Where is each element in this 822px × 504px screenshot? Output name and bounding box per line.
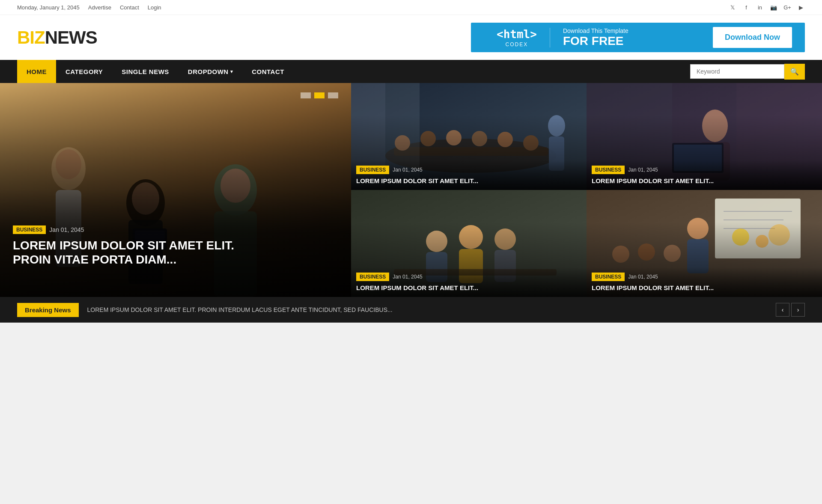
- card-2-meta: BUSINESS Jan 01, 2045: [592, 166, 817, 174]
- slider-dot-2[interactable]: [314, 92, 325, 98]
- breaking-news-bar: Breaking News LOREM IPSUM DOLOR SIT AMET…: [0, 297, 822, 323]
- banner-big-text: FOR FREE: [563, 34, 700, 48]
- top-bar: Monday, January 1, 2045 Advertise Contac…: [0, 0, 822, 15]
- card-2-title: LOREM IPSUM DOLOR SIT AMET ELIT...: [592, 177, 817, 185]
- nav-contact[interactable]: CONTACT: [242, 60, 294, 83]
- card-3-meta: BUSINESS Jan 01, 2045: [356, 273, 581, 281]
- hero-meta: BUSINESS Jan 01, 2045: [13, 225, 338, 234]
- logo-news: NEWS: [45, 27, 97, 47]
- card-2-image: BUSINESS Jan 01, 2045 LOREM IPSUM DOLOR …: [587, 83, 822, 190]
- search-button[interactable]: 🔍: [784, 64, 805, 80]
- card-2-date: Jan 01, 2045: [628, 167, 658, 173]
- card-3-image: BUSINESS Jan 01, 2045 LOREM IPSUM DOLOR …: [351, 190, 587, 297]
- hero-date: Jan 01, 2045: [49, 226, 84, 233]
- instagram-icon[interactable]: 📷: [770, 3, 777, 11]
- date-label: Monday, January 1, 2045: [17, 4, 80, 11]
- googleplus-icon[interactable]: G+: [783, 3, 791, 11]
- site-header: BIZNEWS <html> CODEX Download This Templ…: [0, 15, 822, 60]
- card-1-date: Jan 01, 2045: [393, 167, 422, 173]
- top-bar-left: Monday, January 1, 2045 Advertise Contac…: [17, 4, 161, 11]
- hero-slider[interactable]: BUSINESS Jan 01, 2045 LOREM IPSUM DOLOR …: [0, 83, 351, 297]
- card-1-image: BUSINESS Jan 01, 2045 LOREM IPSUM DOLOR …: [351, 83, 587, 190]
- card-4-title: LOREM IPSUM DOLOR SIT AMET ELIT...: [592, 284, 817, 292]
- card-1-meta: BUSINESS Jan 01, 2045: [356, 166, 581, 174]
- card-1-title: LOREM IPSUM DOLOR SIT AMET ELIT...: [356, 177, 581, 185]
- linkedin-icon[interactable]: in: [756, 3, 764, 11]
- card-3-date: Jan 01, 2045: [393, 274, 422, 280]
- banner-small-text: Download This Template: [563, 27, 700, 34]
- article-card-4[interactable]: BUSINESS Jan 01, 2045 LOREM IPSUM DOLOR …: [587, 190, 822, 297]
- slider-dots: [301, 92, 338, 98]
- card-4-meta: BUSINESS Jan 01, 2045: [592, 273, 817, 281]
- nav-items: HOME CATEGORY SINGLE NEWS DROPDOWN CONTA…: [17, 60, 690, 83]
- article-card-3[interactable]: BUSINESS Jan 01, 2045 LOREM IPSUM DOLOR …: [351, 190, 587, 297]
- card-3-tag: BUSINESS: [356, 273, 389, 281]
- search-input[interactable]: [690, 64, 784, 79]
- card-4-tag: BUSINESS: [592, 273, 625, 281]
- slider-dot-1[interactable]: [301, 92, 311, 98]
- card-4-date: Jan 01, 2045: [628, 274, 658, 280]
- slider-dot-3[interactable]: [328, 92, 338, 98]
- card-4-overlay: BUSINESS Jan 01, 2045 LOREM IPSUM DOLOR …: [587, 267, 822, 297]
- codex-text: CODEX: [506, 42, 528, 47]
- banner-text: Download This Template FOR FREE: [550, 27, 713, 48]
- site-logo[interactable]: BIZNEWS: [17, 27, 97, 48]
- card-2-overlay: BUSINESS Jan 01, 2045 LOREM IPSUM DOLOR …: [587, 160, 822, 190]
- logo-biz: BIZ: [17, 27, 45, 47]
- twitter-icon[interactable]: 𝕏: [729, 3, 736, 11]
- main-nav: HOME CATEGORY SINGLE NEWS DROPDOWN CONTA…: [0, 60, 822, 83]
- nav-category[interactable]: CATEGORY: [56, 60, 112, 83]
- banner-download-button[interactable]: Download Now: [713, 27, 792, 48]
- hero-title: LOREM IPSUM DOLOR SIT AMET ELIT.PROIN VI…: [13, 238, 338, 267]
- article-card-2[interactable]: BUSINESS Jan 01, 2045 LOREM IPSUM DOLOR …: [587, 83, 822, 190]
- card-1-tag: BUSINESS: [356, 166, 389, 174]
- articles-grid: BUSINESS Jan 01, 2045 LOREM IPSUM DOLOR …: [351, 83, 822, 297]
- breaking-next-button[interactable]: ›: [791, 303, 805, 317]
- breaking-news-nav: ‹ ›: [776, 303, 805, 317]
- card-2-tag: BUSINESS: [592, 166, 625, 174]
- nav-dropdown[interactable]: DROPDOWN: [179, 60, 242, 83]
- login-link[interactable]: Login: [148, 4, 161, 11]
- card-3-title: LOREM IPSUM DOLOR SIT AMET ELIT...: [356, 284, 581, 292]
- contact-link[interactable]: Contact: [120, 4, 139, 11]
- hero-info: BUSINESS Jan 01, 2045 LOREM IPSUM DOLOR …: [13, 225, 338, 267]
- breaking-news-label: Breaking News: [17, 303, 79, 317]
- breaking-news-text: LOREM IPSUM DOLOR SIT AMET ELIT. PROIN I…: [87, 306, 767, 313]
- card-4-image: BUSINESS Jan 01, 2045 LOREM IPSUM DOLOR …: [587, 190, 822, 297]
- social-links: 𝕏 f in 📷 G+ ▶: [729, 3, 805, 11]
- article-card-1[interactable]: BUSINESS Jan 01, 2045 LOREM IPSUM DOLOR …: [351, 83, 587, 190]
- hero-tag: BUSINESS: [13, 225, 46, 234]
- facebook-icon[interactable]: f: [742, 3, 750, 11]
- nav-home[interactable]: HOME: [17, 60, 56, 83]
- banner-ad[interactable]: <html> CODEX Download This Template FOR …: [471, 23, 805, 52]
- nav-single-news[interactable]: SINGLE NEWS: [112, 60, 179, 83]
- banner-html-section: <html> CODEX: [484, 28, 550, 47]
- youtube-icon[interactable]: ▶: [797, 3, 805, 11]
- search-bar: 🔍: [690, 64, 805, 80]
- main-content: BUSINESS Jan 01, 2045 LOREM IPSUM DOLOR …: [0, 83, 822, 297]
- html-tag-text: <html>: [497, 28, 537, 41]
- breaking-prev-button[interactable]: ‹: [776, 303, 789, 317]
- card-3-overlay: BUSINESS Jan 01, 2045 LOREM IPSUM DOLOR …: [351, 267, 587, 297]
- card-1-overlay: BUSINESS Jan 01, 2045 LOREM IPSUM DOLOR …: [351, 160, 587, 190]
- advertise-link[interactable]: Advertise: [88, 4, 111, 11]
